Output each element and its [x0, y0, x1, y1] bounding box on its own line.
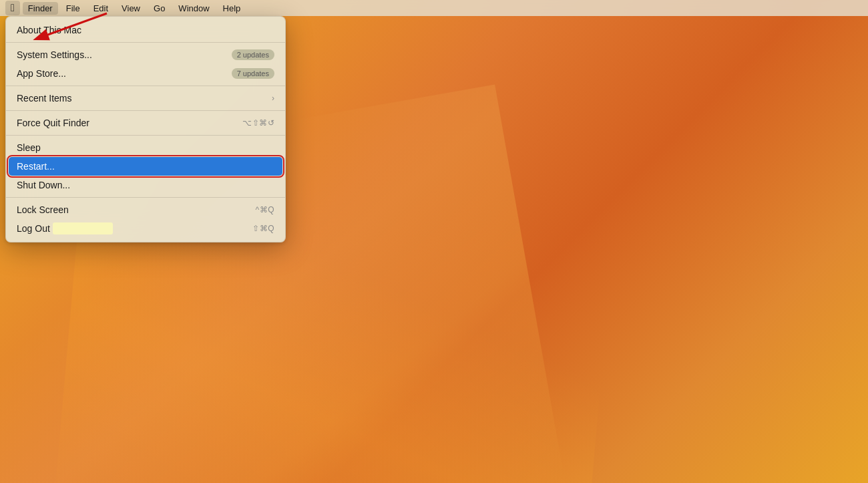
menu-item-app-store[interactable]: App Store... 7 updates [6, 64, 285, 83]
menu-item-recent-items[interactable]: Recent Items › [6, 89, 285, 108]
app-store-badge: 7 updates [232, 68, 274, 79]
menubar:  Finder File Edit View Go Window Help [0, 0, 868, 16]
menu-item-shut-down[interactable]: Shut Down... [6, 176, 285, 194]
lock-screen-shortcut: ^⌘Q [256, 205, 274, 214]
menu-item-sleep[interactable]: Sleep [6, 138, 285, 157]
menu-separator-4 [6, 135, 285, 136]
menu-separator-3 [6, 110, 285, 111]
force-quit-shortcut: ⌥⇧⌘↺ [242, 118, 274, 128]
recent-items-chevron: › [272, 94, 274, 103]
menubar-view[interactable]: View [116, 2, 146, 15]
menu-item-system-settings[interactable]: System Settings... 2 updates [6, 45, 285, 64]
menubar-window[interactable]: Window [173, 2, 214, 15]
menu-item-force-quit[interactable]: Force Quit Finder ⌥⇧⌘↺ [6, 114, 285, 132]
log-out-shortcut: ⇧⌘Q [252, 224, 274, 233]
menubar-finder[interactable]: Finder [23, 2, 58, 15]
menu-separator-2 [6, 86, 285, 86]
menubar-go[interactable]: Go [148, 2, 170, 15]
system-settings-badge: 2 updates [232, 49, 274, 60]
menu-separator-5 [6, 197, 285, 198]
menu-item-log-out[interactable]: Log Out ⇧⌘Q [6, 219, 285, 238]
menubar-edit[interactable]: Edit [88, 2, 114, 15]
menu-separator-1 [6, 42, 285, 43]
apple-dropdown-menu: About This Mac System Settings... 2 upda… [5, 16, 286, 243]
menu-item-lock-screen[interactable]: Lock Screen ^⌘Q [6, 200, 285, 219]
log-out-username-highlight [53, 222, 113, 234]
menubar-help[interactable]: Help [218, 2, 246, 15]
menubar-file[interactable]: File [61, 2, 85, 15]
menu-item-about[interactable]: About This Mac [6, 21, 285, 39]
menu-item-restart[interactable]: Restart... [9, 157, 282, 176]
apple-menu-button[interactable]:  [5, 1, 20, 15]
